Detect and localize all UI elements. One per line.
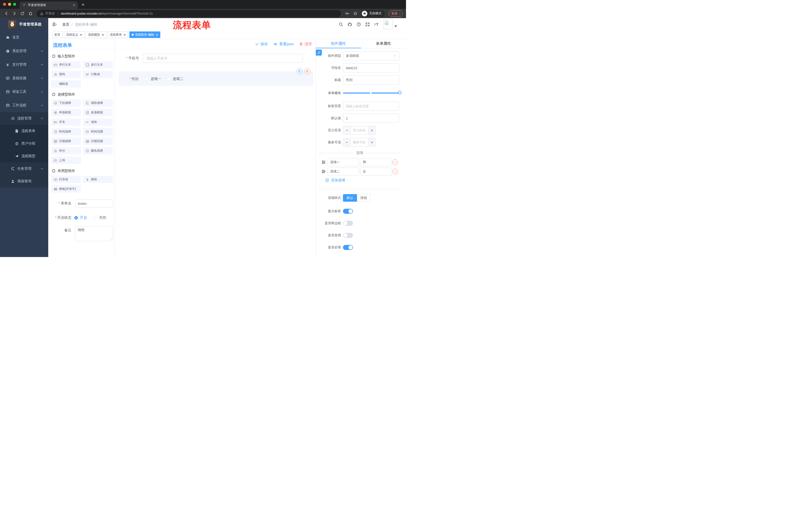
sidebar-item-home[interactable]: 首页: [0, 31, 48, 44]
drag-handle-icon[interactable]: [321, 169, 326, 174]
font-size-icon[interactable]: TT: [374, 22, 379, 27]
option-value-input[interactable]: [360, 158, 392, 166]
update-button[interactable]: 更新: [389, 10, 403, 17]
component-type-select[interactable]: 多选框组: [343, 51, 399, 60]
sidebar-item-process-model[interactable]: 流程模型: [0, 150, 48, 162]
sidebar-item-system[interactable]: 系统管理: [0, 44, 48, 58]
home-icon[interactable]: [27, 10, 34, 17]
tag-home[interactable]: 首页: [52, 31, 63, 38]
save-button[interactable]: 保存: [255, 42, 268, 47]
sidebar-item-process-management[interactable]: 流程管理: [0, 112, 48, 125]
palette-item-counter[interactable]: 123计数器: [83, 71, 113, 78]
minus-icon[interactable]: [343, 126, 350, 134]
palette-item-button[interactable]: 按钮: [83, 176, 113, 183]
form-name-input[interactable]: [75, 199, 113, 208]
status-off-radio[interactable]: [93, 216, 97, 219]
field-name-input[interactable]: [343, 63, 399, 73]
palette-item-slider[interactable]: 滑块: [83, 118, 113, 126]
security-warning-icon[interactable]: [40, 12, 44, 15]
avatar-caret-icon[interactable]: [395, 25, 397, 27]
checkbox[interactable]: [167, 77, 171, 81]
delete-field-button[interactable]: [304, 69, 310, 75]
sidebar-item-leave-query[interactable]: 请假查询: [0, 175, 48, 188]
style-button-button[interactable]: 按钮: [357, 194, 371, 202]
palette-item-multi-text[interactable]: 多行文本: [83, 61, 113, 69]
palette-item-select[interactable]: 下拉选择: [51, 99, 81, 107]
tag-process-definition[interactable]: 流程定义: [64, 31, 84, 38]
minus-icon[interactable]: [343, 138, 350, 146]
resize-handle[interactable]: [110, 238, 112, 240]
style-default-button[interactable]: 默认: [343, 194, 357, 202]
phone-input[interactable]: [143, 54, 303, 63]
window-close-button[interactable]: [3, 3, 6, 6]
palette-item-time-range[interactable]: 时间范围: [83, 128, 113, 135]
help-icon[interactable]: [356, 22, 361, 27]
disabled-toggle[interactable]: [343, 233, 353, 238]
required-toggle[interactable]: [343, 245, 353, 250]
window-zoom-button[interactable]: [13, 3, 16, 6]
breadcrumb-home[interactable]: 首页: [62, 22, 69, 27]
status-on-label[interactable]: 开启: [80, 216, 87, 220]
sidebar-item-user-group[interactable]: 用户分组: [0, 137, 48, 150]
palette-item-switch[interactable]: 开关: [51, 118, 81, 126]
plus-icon[interactable]: [368, 126, 375, 134]
palette-item-table[interactable]: 表格[开发中]: [51, 185, 81, 193]
password-key-icon[interactable]: [344, 10, 350, 17]
sidebar-item-dev-tools[interactable]: 研发工具: [0, 85, 48, 99]
browser-menu-icon[interactable]: [400, 12, 401, 15]
sidebar-item-process-form[interactable]: 流程表单: [0, 125, 48, 137]
title-input[interactable]: [343, 76, 399, 84]
palette-item-password[interactable]: 密码: [51, 71, 81, 78]
label-width-input[interactable]: [343, 102, 399, 111]
avatar[interactable]: [383, 20, 393, 29]
palette-item-single-text[interactable]: 单行文本: [51, 61, 81, 69]
tab-close-icon[interactable]: [72, 4, 76, 6]
window-minimize-button[interactable]: [8, 3, 11, 6]
form-remark-textarea[interactable]: 嘿嘿: [75, 226, 113, 241]
option-value-input[interactable]: [360, 167, 392, 175]
reload-icon[interactable]: [19, 10, 26, 17]
palette-item-checkbox-group[interactable]: 多选框组: [83, 109, 113, 116]
hamburger-icon[interactable]: [52, 22, 57, 27]
clear-button[interactable]: 清空: [299, 42, 312, 47]
tag-close-icon[interactable]: [124, 34, 126, 36]
tag-process-model[interactable]: 流程模型: [86, 31, 106, 38]
palette-item-cascader[interactable]: 级联选择: [83, 99, 113, 107]
address-bar[interactable]: 不安全 dashboard.yudao.iocoder.cn/bpm/manag…: [37, 10, 341, 17]
palette-item-editor[interactable]: 编辑器: [51, 80, 81, 87]
palette-item-time-picker[interactable]: 时间选择: [51, 128, 81, 135]
sidebar-item-infrastructure[interactable]: 基础设施: [0, 72, 48, 85]
default-value-input[interactable]: [343, 114, 399, 123]
option-label-input[interactable]: [327, 158, 359, 166]
add-option-button[interactable]: 添加选项: [325, 178, 345, 183]
browser-tab[interactable]: 芋道管理系统: [20, 1, 78, 9]
drag-handle-icon[interactable]: [321, 160, 326, 164]
gender-option-1[interactable]: 选项一: [145, 77, 161, 81]
forward-icon[interactable]: [11, 10, 18, 17]
bookmark-star-icon[interactable]: [352, 10, 358, 17]
tag-close-icon[interactable]: [156, 34, 158, 36]
canvas-field-phone[interactable]: *手机号: [115, 54, 303, 63]
sidebar-item-task-management[interactable]: 任务管理: [0, 162, 48, 175]
remove-option-icon[interactable]: [393, 169, 398, 174]
tag-close-icon[interactable]: [80, 34, 82, 36]
sidebar-item-workflow[interactable]: 工作流程: [0, 99, 48, 112]
grid-slider[interactable]: [343, 92, 399, 93]
border-toggle[interactable]: [343, 221, 353, 226]
sidebar-logo[interactable]: 芋道管理系统: [0, 18, 48, 31]
tag-close-icon[interactable]: [102, 34, 104, 36]
status-on-radio[interactable]: [75, 216, 78, 219]
show-label-toggle[interactable]: [343, 209, 353, 214]
palette-item-upload[interactable]: 上传: [51, 157, 81, 164]
gender-option-2[interactable]: 选项二: [167, 77, 183, 81]
palette-item-date-range[interactable]: 日期范围: [83, 138, 113, 145]
palette-item-row-container[interactable]: 行容器: [51, 176, 81, 183]
tab-component-props[interactable]: 组件属性: [316, 39, 361, 48]
palette-item-color-picker[interactable]: 颜色选择: [83, 147, 113, 154]
palette-item-radio-group[interactable]: 单选框组: [51, 109, 81, 116]
duplicate-field-button[interactable]: [297, 69, 303, 75]
slider-handle[interactable]: [398, 91, 402, 94]
remove-option-icon[interactable]: [393, 159, 398, 165]
github-icon[interactable]: [347, 22, 352, 27]
sidebar-item-payment[interactable]: ¥ 支付管理: [0, 58, 48, 72]
